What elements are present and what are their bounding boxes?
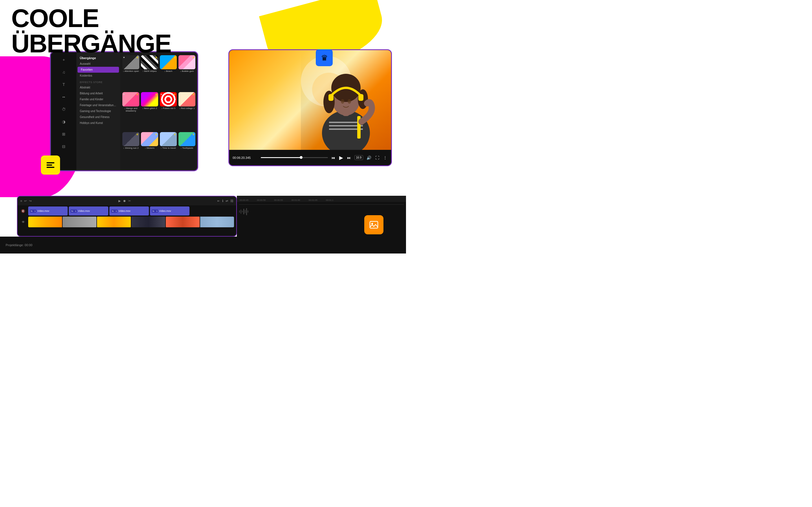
progress-thumb <box>300 156 303 159</box>
transition-label: ↓ Bubble gum <box>179 69 195 73</box>
crown-icon: ♛ <box>136 133 139 136</box>
ruler-mark-4: 00:01:00 <box>291 199 300 202</box>
title-line2: ÜBERGÄNGE <box>11 31 171 56</box>
heart-icon: ♥ <box>123 93 124 96</box>
main-title: COOLE ÜBERGÄNGE <box>11 6 171 56</box>
transition-pulses-red[interactable]: ♥ ♛ ↓ Pulses red 5 <box>160 92 177 130</box>
transition-label: ↓ Mango and strawberry <box>122 107 139 112</box>
nav-item-feiertage[interactable]: Feiertage und Veranstaltun... <box>77 102 120 108</box>
svg-point-12 <box>348 99 351 104</box>
video-clip-4[interactable]: fx · 1 Video.mov <box>150 207 190 216</box>
svg-rect-17 <box>370 221 378 228</box>
tl-align-icon[interactable]: ⇤ <box>217 199 220 203</box>
transition-time-to-travel[interactable]: ♛ ↓ Time to travel <box>160 132 177 167</box>
nav-item-kostenlos[interactable]: Kostenlos <box>77 73 120 78</box>
clip-fx-badge: fx · 1 <box>111 210 117 213</box>
crown-feature-badge: ♛ <box>316 49 333 66</box>
forward-button[interactable]: ⏭ <box>347 155 352 161</box>
clip-filename: Video.mov <box>37 210 49 212</box>
nav-item-familie[interactable]: Familie und Kinder <box>77 96 120 102</box>
transition-label: ↓ B&W stripes <box>141 69 158 73</box>
timeline-panel: ≡ ↩ ↪ ▶ ⏺ ✂ ⇤ ℹ ⇌ ⛓ 🔇 fx · 1 Video.mov f… <box>17 196 237 237</box>
rewind-button[interactable]: ⏮ <box>331 155 336 161</box>
video-clip-3[interactable]: fx · 1 Video.mov <box>109 207 149 216</box>
play-button[interactable]: ▶ <box>339 154 344 161</box>
transition-shining-sun[interactable]: ♛ ↓ Shining sun 2 <box>122 132 139 167</box>
transition-attention-span[interactable]: ♥ ♛ ↓ Attention span <box>122 55 139 91</box>
transition-label: ↓ Attention span <box>122 69 139 73</box>
nav-item-auswahl[interactable]: Auswahl <box>77 61 120 67</box>
visibility-track-control[interactable]: 👁 <box>20 220 27 224</box>
sidebar-color-icon[interactable]: ◑ <box>59 117 68 126</box>
tool-icon-box[interactable] <box>41 156 60 175</box>
video-preview <box>229 50 391 150</box>
thumb-segment-4 <box>132 217 165 227</box>
sidebar-transition-icon[interactable]: ↔ <box>59 93 68 101</box>
transition-stickers[interactable]: ♛ ↓ Stickers <box>141 132 158 167</box>
transition-toothpaste[interactable]: ♛ ↓ Toothpaste <box>179 132 195 167</box>
nav-item-favoriten[interactable]: Favoriten <box>78 67 119 73</box>
sidebar-overlay-icon[interactable]: ⊞ <box>59 129 68 138</box>
tl-play-button[interactable]: ▶ <box>118 199 121 203</box>
transition-bw-stripes[interactable]: ♛ ↓ B&W stripes <box>141 55 158 91</box>
clip-fx-badge: fx · 1 <box>152 210 158 213</box>
redo-button[interactable]: ↪ <box>29 199 32 203</box>
progress-bar[interactable] <box>261 157 328 158</box>
svg-point-11 <box>341 99 344 104</box>
sidebar-music-icon[interactable]: ♫ <box>59 68 68 76</box>
sidebar-grid-icon[interactable]: ⊟ <box>59 142 68 151</box>
transition-beach[interactable]: ♛ ↓ Beach <box>160 55 177 91</box>
nav-item-bildung[interactable]: Bildung und Arbeit <box>77 91 120 96</box>
tl-speed-icon[interactable]: ⇌ <box>225 199 228 203</box>
clip-filename: Video.mov <box>118 210 130 212</box>
crown-icon: ♛ <box>136 93 139 96</box>
crown-icon: ♛ <box>174 93 176 96</box>
svg-point-18 <box>371 223 373 224</box>
time-display: 00:06:20.345 <box>233 156 258 159</box>
nav-item-gesundheit[interactable]: Gesundheit und Fitness <box>77 114 120 120</box>
thumb-segment-3 <box>97 217 131 227</box>
transition-label: ↓ Pulses red 5 <box>160 107 177 110</box>
ruler-mark-5: 00:01:05 <box>309 199 317 202</box>
transition-label: ↓ Stickers <box>141 146 158 150</box>
tl-info-icon[interactable]: ℹ <box>222 199 223 203</box>
crown-icon: ♛ <box>192 93 195 96</box>
video-clips-row: 🔇 fx · 1 Video.mov fx · 1 Video.mov fx ·… <box>20 207 234 216</box>
video-track: fx · 1 Video.mov fx · 1 Video.mov fx · 1… <box>28 207 234 216</box>
bottom-bar: Projektlänge: 00:00 <box>0 237 406 253</box>
media-icon <box>369 220 379 230</box>
fullscreen-button[interactable]: ⛶ <box>375 155 380 161</box>
progress-fill <box>261 157 301 158</box>
video-clip-1[interactable]: fx · 1 Video.mov <box>28 207 68 216</box>
video-clip-2[interactable]: fx · 1 Video.mov <box>69 207 108 216</box>
tl-link-icon[interactable]: ⛓ <box>231 199 234 203</box>
transition-bubble-gum[interactable]: ♛ ↓ Bubble gum <box>179 55 195 91</box>
transition-label: ↓ Beach <box>160 69 177 73</box>
undo-button[interactable]: ↩ <box>24 199 27 203</box>
sidebar-text-icon[interactable]: T <box>59 80 68 89</box>
aspect-ratio-selector[interactable]: 16:9 <box>354 155 363 160</box>
ruler-mark-2: 00:00:50 <box>257 199 266 202</box>
tl-cut-icon[interactable]: ✂ <box>128 199 131 203</box>
nav-item-abstrakt[interactable]: Abstrakt <box>77 84 120 91</box>
transition-red-collage[interactable]: ♛ ↓ Red collage 1 <box>179 92 195 130</box>
svg-rect-9 <box>328 94 334 101</box>
clip-filename: Video.mov <box>159 210 171 212</box>
timeline-settings-icon[interactable]: ≡ <box>20 199 22 203</box>
media-icon-box[interactable] <box>364 215 384 234</box>
more-options-button[interactable]: ⋮ <box>383 155 388 161</box>
transition-label: ↓ Neon glitch 2 <box>141 107 158 110</box>
tl-record-icon[interactable]: ⏺ <box>123 199 126 203</box>
transition-neon-glitch[interactable]: ♛ ↓ Neon glitch 2 <box>141 92 158 130</box>
sidebar-speed-icon[interactable]: ⏱ <box>59 105 68 114</box>
nav-item-gaming[interactable]: Gaming und Technologie <box>77 108 120 114</box>
nav-item-hobbys[interactable]: Hobbys und Kunst <box>77 120 120 126</box>
volume-button[interactable]: 🔊 <box>366 155 372 161</box>
video-controls: 00:06:20.345 ⏮ ▶ ⏭ 16:9 🔊 ⛶ ⋮ <box>229 150 391 165</box>
transition-label: ↓ Shining sun 2 <box>122 146 139 150</box>
panel-sidebar: + ♫ T ↔ ⏱ ◑ ⊞ ⊟ <box>51 52 77 170</box>
crown-icon: ♛ <box>155 93 157 96</box>
mute-track-control[interactable]: 🔇 <box>20 209 27 213</box>
crown-icon: ♛ <box>174 56 176 59</box>
transition-mango-strawberry[interactable]: ♥ ♛ ↓ Mango and strawberry <box>122 92 139 130</box>
